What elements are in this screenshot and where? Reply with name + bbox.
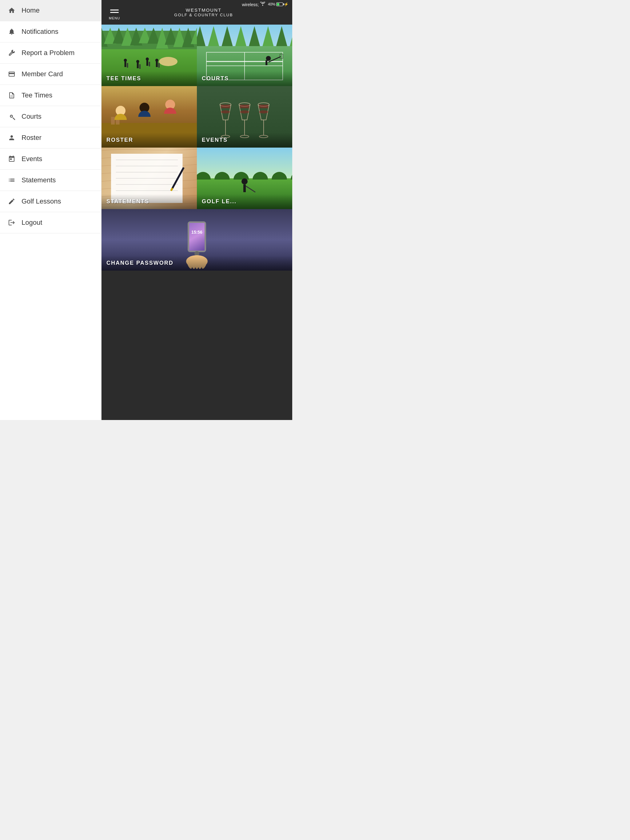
calendar-icon xyxy=(7,155,16,163)
header-title: WESTMOUNT GOLF & COUNTRY CLUB xyxy=(121,7,286,17)
grid-item-golf-lessons[interactable]: GOLF LE... xyxy=(197,148,292,209)
logout-icon xyxy=(7,218,16,227)
events-overlay: EVENTS xyxy=(197,133,292,148)
club-subtitle: GOLF & COUNTRY CLUB xyxy=(121,13,286,17)
sidebar-item-statements[interactable]: Statements xyxy=(0,170,101,191)
home-icon xyxy=(7,6,16,15)
sidebar-item-logout[interactable]: Logout xyxy=(0,212,101,234)
battery-icon xyxy=(276,2,283,6)
main-content: wireless; 40% ⚡ MENU xyxy=(101,0,292,420)
sidebar-item-report-problem[interactable]: Report a Problem xyxy=(0,43,101,64)
battery-fill xyxy=(277,3,279,6)
tee-times-label: TEE TIMES xyxy=(106,75,141,82)
edit-icon xyxy=(7,197,16,206)
sidebar-item-notifications[interactable]: Notifications xyxy=(0,21,101,43)
sidebar-label-logout: Logout xyxy=(22,219,42,227)
change-password-overlay: CHANGE PASSWORD xyxy=(101,256,292,271)
battery-indicator: 40% ⚡ xyxy=(268,2,288,6)
sidebar-item-roster[interactable]: Roster xyxy=(0,127,101,148)
sidebar-item-events[interactable]: Events xyxy=(0,148,101,170)
courts-icon xyxy=(7,112,16,121)
tee-times-overlay: TEE TIMES xyxy=(101,71,197,86)
events-label: EVENTS xyxy=(202,137,228,143)
content-grid: TEE TIMES COURTS ROSTER xyxy=(101,25,292,420)
golf-lessons-label: GOLF LE... xyxy=(202,198,237,204)
sidebar-item-golf-lessons[interactable]: Golf Lessons xyxy=(0,191,101,212)
sidebar-label-report-problem: Report a Problem xyxy=(22,49,74,57)
sidebar-item-member-card[interactable]: Member Card xyxy=(0,64,101,85)
sidebar-item-courts[interactable]: Courts xyxy=(0,106,101,127)
wrench-icon xyxy=(7,49,16,57)
sidebar-label-statements: Statements xyxy=(22,176,56,184)
golf-lessons-overlay: GOLF LE... xyxy=(197,194,292,209)
grid-item-roster[interactable]: ROSTER xyxy=(101,86,197,148)
status-bar: wireless; 40% ⚡ xyxy=(101,0,292,9)
grid-item-courts[interactable]: COURTS xyxy=(197,25,292,86)
sidebar-label-courts: Courts xyxy=(22,112,41,120)
courts-overlay: COURTS xyxy=(197,71,292,86)
menu-label: MENU xyxy=(109,16,120,20)
sidebar-label-golf-lessons: Golf Lessons xyxy=(22,197,61,205)
grid-item-statements[interactable]: STATEMENTS xyxy=(101,148,197,209)
statements-overlay: STATEMENTS xyxy=(101,194,197,209)
app-container: Home Notifications Report a Problem Memb… xyxy=(0,0,292,420)
change-password-label: CHANGE PASSWORD xyxy=(106,260,174,266)
sidebar-label-events: Events xyxy=(22,155,42,163)
sidebar-label-notifications: Notifications xyxy=(22,28,59,36)
sidebar-label-tee-times: Tee Times xyxy=(22,91,52,99)
grid-item-events[interactable]: EVENTS xyxy=(197,86,292,148)
sidebar-item-home[interactable]: Home xyxy=(0,0,101,21)
sidebar-label-roster: Roster xyxy=(22,134,41,142)
statements-label: STATEMENTS xyxy=(106,198,149,204)
battery-percentage: 40% xyxy=(268,2,275,6)
sidebar-item-tee-times[interactable]: Tee Times xyxy=(0,85,101,106)
bell-icon xyxy=(7,27,16,36)
sidebar-label-home: Home xyxy=(22,6,40,14)
svg-point-0 xyxy=(11,115,13,117)
roster-label: ROSTER xyxy=(106,137,133,143)
grid-item-tee-times[interactable]: TEE TIMES xyxy=(101,25,197,86)
sidebar-label-member-card: Member Card xyxy=(22,70,63,78)
courts-label: COURTS xyxy=(202,75,229,82)
roster-overlay: ROSTER xyxy=(101,133,197,148)
wifi-icon: wireless; xyxy=(242,2,266,7)
grid-item-change-password[interactable]: CHANGE PASSWORD xyxy=(101,209,292,271)
document-icon xyxy=(7,91,16,99)
sidebar: Home Notifications Report a Problem Memb… xyxy=(0,0,101,420)
card-icon xyxy=(7,70,16,78)
person-icon xyxy=(7,133,16,142)
list-icon xyxy=(7,176,16,185)
svg-line-1 xyxy=(13,118,15,120)
